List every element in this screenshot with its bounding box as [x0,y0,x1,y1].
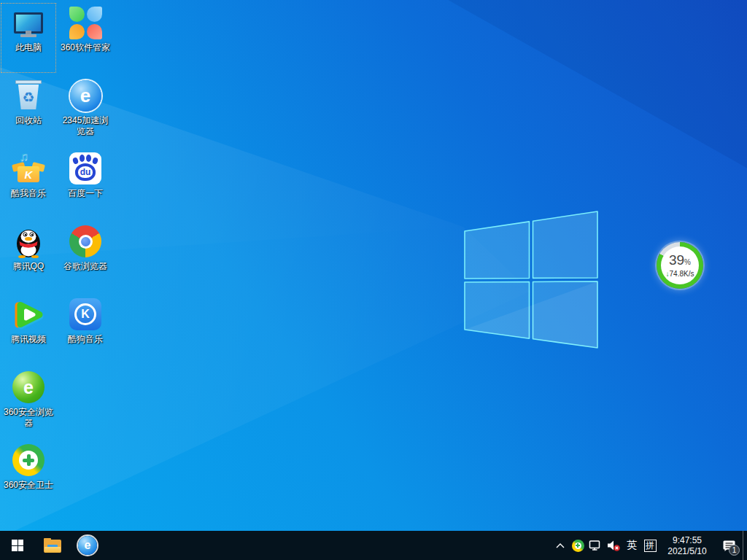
desktop-icon-label: 2345加速浏览器 [58,115,112,137]
taskbar: e 英 [0,531,747,560]
desktop-icon-kugou[interactable]: K 酷狗音乐 [58,295,113,365]
tencent-video-icon [12,298,45,331]
desktop-icon-label: 360安全卫士 [4,480,53,491]
download-progress-widget[interactable]: 39% ↓74.8K/s [657,242,703,289]
desktop-icon-label: 360安全浏览器 [1,407,55,429]
browser-e-icon: e [78,536,97,555]
desktop-icon-tencent-qq[interactable]: 腾讯QQ [1,222,56,292]
360-browser-icon: e [12,370,45,404]
action-center-button[interactable]: 1 [715,531,743,560]
start-button[interactable] [0,531,35,560]
chevron-up-icon [556,543,565,548]
windows-logo [449,197,616,365]
desktop-icon-label: 腾讯视频 [11,334,46,345]
tray-360-icon[interactable] [569,531,587,560]
desktop-icon-kuwo-music[interactable]: ♫ K 酷我音乐 [1,149,56,219]
clock-date: 2021/5/10 [659,546,715,557]
baidu-icon: du [69,152,102,185]
360-guard-icon [12,443,45,477]
desktop-icon-2345-browser[interactable]: e 2345加速浏览器 [58,76,113,146]
file-explorer-button[interactable] [35,531,70,560]
recycle-symbol: ♻ [22,90,34,104]
show-desktop-button[interactable] [743,531,747,560]
recycle-bin-icon: ♻ [12,79,45,112]
kuwo-k-glyph: K [25,168,33,181]
baidu-du-glyph: du [80,167,91,177]
clock-time: 9:47:55 [659,535,715,546]
desktop-icon-this-pc[interactable]: 此电脑 [1,3,56,73]
ime-language-indicator[interactable]: 英 [623,531,640,560]
desktop-icon-label: 酷狗音乐 [68,334,103,345]
ethernet-icon [589,540,602,551]
tray-expand-button[interactable] [551,531,569,560]
tencent-qq-icon [12,225,45,258]
desktop-icon-360-guard[interactable]: 360安全卫士 [1,440,56,510]
notification-badge: 1 [729,545,740,556]
desktop: 此电脑 ♻ 回收站 ♫ K 酷我音乐 [0,0,747,560]
desktop-icon-label: 回收站 [15,115,42,126]
desktop-icon-label: 百度一下 [68,188,103,199]
system-tray: 英 拼 9:47:55 2021/5/10 1 [551,531,747,560]
folder-icon [44,538,61,553]
this-pc-icon [12,6,45,39]
360-browser-e-glyph: e [23,377,34,398]
chrome-icon [69,225,102,258]
desktop-icon-label: 360软件管家 [61,42,110,53]
kugou-icon: K [69,298,102,331]
browser-button[interactable]: e [70,531,105,560]
desktop-icon-chrome[interactable]: 谷歌浏览器 [58,222,113,292]
2345-e-glyph: e [80,85,90,107]
kugou-k-glyph: K [81,308,90,321]
progress-circle: 39% ↓74.8K/s [661,246,699,284]
desktop-icon-label: 谷歌浏览器 [63,261,107,272]
kuwo-music-icon: ♫ K [12,152,45,185]
download-speed: ↓74.8K/s [666,270,694,278]
desktop-icon-label: 酷我音乐 [11,188,46,199]
ime-method-indicator[interactable]: 拼 [640,531,659,560]
volume-muted-icon[interactable] [604,531,623,560]
2345-browser-icon: e [69,79,102,112]
desktop-icon-tencent-video[interactable]: 腾讯视频 [1,295,56,365]
desktop-icon-baidu[interactable]: du 百度一下 [58,149,113,219]
desktop-icon-label: 腾讯QQ [13,261,44,272]
desktop-icon-360-browser[interactable]: e 360安全浏览器 [1,368,56,438]
network-icon[interactable] [587,531,604,560]
taskbar-clock[interactable]: 9:47:55 2021/5/10 [659,534,715,557]
windows-start-icon [12,540,23,551]
speaker-mute-icon [606,539,621,552]
progress-percent: 39% [669,254,691,269]
360-manager-icon [69,6,102,39]
desktop-icon-recycle-bin[interactable]: ♻ 回收站 [1,76,56,146]
desktop-icon-label: 此电脑 [15,42,42,53]
desktop-icon-360-manager[interactable]: 360软件管家 [58,3,113,73]
